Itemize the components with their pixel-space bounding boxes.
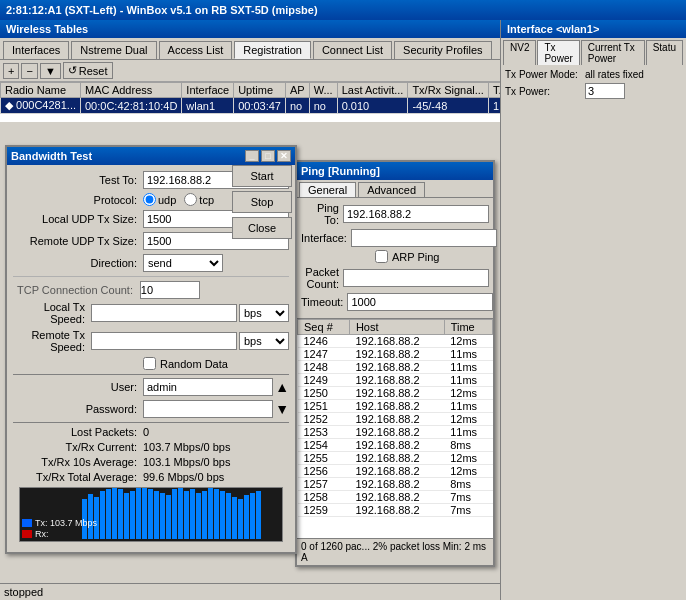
packet-count-input[interactable] — [343, 269, 489, 287]
ping-interface-row: Interface: — [301, 229, 489, 247]
tab-status[interactable]: Statu — [646, 40, 683, 65]
ping-status-text: 0 of 1260 pac... 2% packet loss Min: 2 m… — [301, 541, 489, 563]
col-interface: Interface — [182, 83, 234, 98]
tcp-radio-label[interactable]: tcp — [184, 193, 214, 206]
tcp-conn-input[interactable] — [140, 281, 200, 299]
tx-rx-total-row: Tx/Rx Total Average: 99.6 Mbps/0 bps — [13, 471, 289, 483]
tab-nv2[interactable]: NV2 — [503, 40, 536, 65]
tab-nstreme-dual[interactable]: Nstreme Dual — [71, 41, 156, 59]
list-item[interactable]: 1246 192.168.88.2 12ms — [298, 335, 493, 348]
ping-to-row: Ping To: — [301, 202, 489, 226]
wireless-tables-title: Wireless Tables — [0, 20, 500, 38]
graph-bar — [196, 493, 201, 539]
tab-access-list[interactable]: Access List — [159, 41, 233, 59]
col-seq: Seq # — [298, 320, 350, 335]
toolbar: + − ▼ ↺ Reset — [0, 60, 500, 82]
ping-title: Ping [Running] — [301, 165, 380, 177]
user-dropdown-btn[interactable]: ▲ — [275, 379, 289, 395]
table-row[interactable]: ◆ 000C4281... 00:0C:42:81:10:4D wlan1 00… — [1, 98, 501, 114]
remote-tx-unit[interactable]: bps kbps Mbps — [239, 332, 289, 350]
graph-legend: Tx: 103.7 Mbps Rx: — [22, 518, 97, 539]
tab-tx-power[interactable]: Tx Power — [537, 40, 579, 65]
minimize-button[interactable]: _ — [245, 150, 259, 162]
remove-button[interactable]: − — [21, 63, 37, 79]
list-item[interactable]: 1258 192.168.88.2 7ms — [298, 491, 493, 504]
local-tx-unit[interactable]: bps kbps Mbps — [239, 304, 289, 322]
list-item[interactable]: 1250 192.168.88.2 12ms — [298, 387, 493, 400]
graph-bar — [118, 489, 123, 539]
add-button[interactable]: + — [3, 63, 19, 79]
ping-interface-input[interactable] — [351, 229, 497, 247]
tab-advanced[interactable]: Advanced — [358, 182, 425, 197]
list-item[interactable]: 1257 192.168.88.2 8ms — [298, 478, 493, 491]
tx-rx-total-value: 99.6 Mbps/0 bps — [143, 471, 289, 483]
graph-bar — [136, 487, 141, 539]
list-item[interactable]: 1255 192.168.88.2 12ms — [298, 452, 493, 465]
lost-packets-row: Lost Packets: 0 — [13, 426, 289, 438]
random-data-label: Random Data — [160, 358, 228, 370]
col-w: W... — [309, 83, 337, 98]
list-item[interactable]: 1247 192.168.88.2 11ms — [298, 348, 493, 361]
interface-panel-title: Interface <wlan1> — [501, 20, 686, 38]
password-dropdown-btn[interactable]: ▼ — [275, 401, 289, 417]
tab-current-tx[interactable]: Current Tx Power — [581, 40, 645, 65]
graph-bar — [148, 489, 153, 539]
tx-power-mode-row: Tx Power Mode: all rates fixed — [505, 69, 682, 80]
list-item[interactable]: 1259 192.168.88.2 7ms — [298, 504, 493, 517]
graph-bar — [214, 489, 219, 539]
tab-security-profiles[interactable]: Security Profiles — [394, 41, 491, 59]
arp-ping-checkbox[interactable] — [375, 250, 388, 263]
list-item[interactable]: 1251 192.168.88.2 11ms — [298, 400, 493, 413]
list-item[interactable]: 1253 192.168.88.2 11ms — [298, 426, 493, 439]
list-item[interactable]: 1249 192.168.88.2 11ms — [298, 374, 493, 387]
col-ap: AP — [286, 83, 310, 98]
tab-interfaces[interactable]: Interfaces — [3, 41, 69, 59]
password-row: Password: ▼ — [13, 400, 289, 418]
timeout-input[interactable] — [347, 293, 493, 311]
dialog-close-button[interactable]: Close — [232, 217, 292, 239]
graph-bar — [130, 491, 135, 539]
tab-connect-list[interactable]: Connect List — [313, 41, 392, 59]
password-input[interactable] — [143, 400, 273, 418]
rx-color — [22, 530, 32, 538]
timeout-label: Timeout: — [301, 296, 347, 308]
reset-button[interactable]: ↺ Reset — [63, 62, 113, 79]
list-item[interactable]: 1252 192.168.88.2 12ms — [298, 413, 493, 426]
graph-bar — [142, 487, 147, 539]
start-button[interactable]: Start — [232, 165, 292, 187]
direction-select[interactable]: send receive both — [143, 254, 223, 272]
random-data-row: Random Data — [13, 357, 289, 370]
list-item[interactable]: 1248 192.168.88.2 11ms — [298, 361, 493, 374]
col-host: Host — [349, 320, 444, 335]
tcp-radio[interactable] — [184, 193, 197, 206]
tx-power-input[interactable] — [585, 83, 625, 99]
list-item[interactable]: 1256 192.168.88.2 12ms — [298, 465, 493, 478]
ping-results[interactable]: Seq # Host Time 1246 192.168.88.2 12ms 1… — [297, 318, 493, 538]
remote-tx-input[interactable] — [91, 332, 237, 350]
reset-icon: ↺ — [68, 64, 77, 77]
bw-dialog-titlebar: Bandwidth Test _ □ ✕ — [7, 147, 295, 165]
list-item[interactable]: 1254 192.168.88.2 8ms — [298, 439, 493, 452]
random-data-checkbox[interactable] — [143, 357, 156, 370]
udp-radio-label[interactable]: udp — [143, 193, 176, 206]
local-tx-input[interactable] — [91, 304, 237, 322]
arp-ping-row: ARP Ping — [301, 250, 489, 263]
tab-registration[interactable]: Registration — [234, 41, 311, 59]
restore-button[interactable]: □ — [261, 150, 275, 162]
tx-power-row: Tx Power: — [505, 83, 682, 99]
interface-content: Tx Power Mode: all rates fixed Tx Power: — [501, 65, 686, 106]
udp-radio[interactable] — [143, 193, 156, 206]
ping-status-bar: 0 of 1260 pac... 2% packet loss Min: 2 m… — [297, 538, 493, 565]
stop-button[interactable]: Stop — [232, 191, 292, 213]
user-input[interactable] — [143, 378, 273, 396]
ping-to-input[interactable] — [343, 205, 489, 223]
remote-tx-label: Remote Tx Speed: — [13, 329, 91, 353]
filter-button[interactable]: ▼ — [40, 63, 61, 79]
tx-power-mode-label: Tx Power Mode: — [505, 69, 585, 80]
tab-general[interactable]: General — [299, 182, 356, 197]
local-tx-row: Local Tx Speed: bps kbps Mbps — [13, 301, 289, 325]
close-button[interactable]: ✕ — [277, 150, 291, 162]
tx-color — [22, 519, 32, 527]
col-time: Time — [444, 320, 492, 335]
tx-power-mode-value: all rates fixed — [585, 69, 682, 80]
